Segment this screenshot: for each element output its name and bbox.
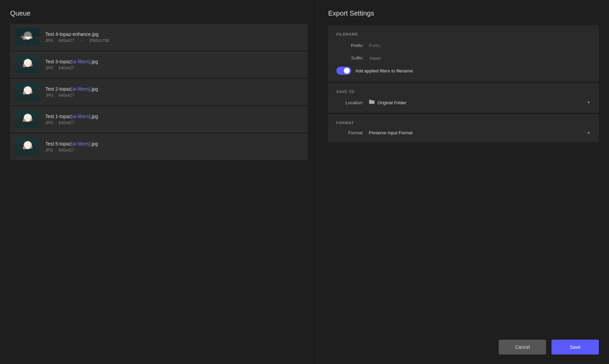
svg-rect-36 bbox=[16, 150, 40, 156]
svg-point-13 bbox=[23, 64, 26, 67]
queue-item[interactable]: Test 3-topaz[ai-filters].jpg JPG 640x427 bbox=[10, 51, 308, 78]
queue-item[interactable]: Test 5-topaz[ai-filters].jpg JPG 640x427 bbox=[10, 134, 308, 160]
format-dropdown[interactable]: Preserve Input Format ▼ bbox=[369, 130, 591, 135]
export-title: Export Settings bbox=[328, 9, 599, 17]
item-name-5: Test 5-topaz[ai-filters].jpg bbox=[45, 141, 302, 146]
thumbnail-2 bbox=[16, 55, 40, 74]
item-size-2: 640x427 bbox=[59, 66, 74, 70]
item-info-3: Test 2-topaz[ai-filters].jpg JPG 640x427 bbox=[45, 86, 302, 98]
cancel-button[interactable]: Cancel bbox=[499, 340, 546, 355]
format-label: Format: bbox=[336, 130, 363, 135]
queue-item[interactable]: Test 2-topaz[ai-filters].jpg JPG 640x427 bbox=[10, 79, 308, 106]
svg-rect-29 bbox=[16, 122, 40, 129]
format-dropdown-arrow: ▼ bbox=[587, 131, 591, 135]
svg-point-34 bbox=[23, 146, 26, 150]
queue-list: Test 4-topaz-enhance.jpg JPG 640x427 → 2… bbox=[10, 24, 308, 160]
thumbnail-3 bbox=[16, 83, 40, 101]
item-info-1: Test 4-topaz-enhance.jpg JPG 640x427 → 2… bbox=[45, 31, 302, 43]
item-meta-2: JPG 640x427 bbox=[45, 66, 302, 70]
suffix-label: Suffix: bbox=[336, 55, 363, 61]
format-section-label: FORMAT bbox=[336, 121, 591, 125]
svg-point-35 bbox=[30, 146, 32, 149]
queue-title: Queue bbox=[10, 9, 308, 17]
item-meta-4: JPG 640x427 bbox=[45, 120, 302, 125]
item-name-1: Test 4-topaz-enhance.jpg bbox=[45, 31, 302, 37]
settings-sections: FILENAME Prefix: Suffix: Add applied fil… bbox=[328, 25, 599, 332]
save-to-section-label: SAVE TO bbox=[336, 90, 591, 94]
item-format-3: JPG bbox=[45, 93, 53, 98]
thumbnail-5 bbox=[16, 138, 40, 156]
queue-panel: Queue bbox=[0, 0, 318, 364]
location-label: Location: bbox=[336, 100, 363, 105]
svg-point-27 bbox=[23, 119, 26, 122]
item-info-5: Test 5-topaz[ai-filters].jpg JPG 640x427 bbox=[45, 141, 302, 153]
format-section: FORMAT Format: Preserve Input Format ▼ bbox=[328, 114, 599, 142]
thumbnail-1 bbox=[16, 28, 40, 46]
svg-rect-22 bbox=[16, 95, 40, 101]
format-row: Format: Preserve Input Format ▼ bbox=[336, 130, 591, 135]
thumbnail-4 bbox=[16, 110, 40, 129]
queue-item[interactable]: Test 4-topaz-enhance.jpg JPG 640x427 → 2… bbox=[10, 24, 308, 51]
svg-point-5 bbox=[30, 36, 32, 39]
bottom-actions: Cancel Save bbox=[328, 332, 599, 355]
svg-point-14 bbox=[30, 64, 32, 66]
item-format-1: JPG bbox=[45, 38, 53, 43]
item-meta-3: JPG 640x427 bbox=[45, 93, 302, 98]
item-meta-5: JPG 640x427 bbox=[45, 148, 302, 153]
prefix-row: Prefix: bbox=[336, 42, 591, 49]
queue-scroll-area[interactable]: Test 4-topaz-enhance.jpg JPG 640x427 → 2… bbox=[10, 24, 308, 355]
queue-item[interactable]: Test 1-topaz[ai-filters].jpg JPG 640x427 bbox=[10, 106, 308, 133]
item-name-2: Test 3-topaz[ai-filters].jpg bbox=[45, 59, 302, 64]
item-size-out-1: 2560x1708 bbox=[89, 38, 109, 43]
item-arrow-1: → bbox=[80, 38, 84, 43]
item-format-2: JPG bbox=[45, 66, 53, 70]
toggle-row: Add applied filters to filename bbox=[336, 67, 591, 75]
format-value: Preserve Input Format bbox=[369, 130, 584, 135]
item-format-5: JPG bbox=[45, 148, 53, 153]
item-size-3: 640x427 bbox=[59, 93, 74, 98]
location-dropdown-arrow: ▼ bbox=[587, 100, 591, 105]
suffix-row: Suffix: bbox=[336, 54, 591, 62]
prefix-label: Prefix: bbox=[336, 43, 363, 48]
item-format-4: JPG bbox=[45, 120, 53, 125]
svg-point-21 bbox=[30, 91, 32, 94]
item-info-2: Test 3-topaz[ai-filters].jpg JPG 640x427 bbox=[45, 59, 302, 70]
filename-section: FILENAME Prefix: Suffix: Add applied fil… bbox=[328, 25, 599, 82]
svg-rect-7 bbox=[16, 40, 40, 46]
location-row: Location: Original Folder ▼ bbox=[336, 99, 591, 106]
prefix-input[interactable] bbox=[369, 42, 591, 49]
svg-rect-15 bbox=[16, 67, 40, 74]
toggle-track bbox=[336, 67, 351, 75]
filename-section-label: FILENAME bbox=[336, 32, 591, 36]
save-to-section: SAVE TO Location: Original Folder ▼ bbox=[328, 83, 599, 113]
toggle-thumb bbox=[344, 68, 350, 74]
item-name-3: Test 2-topaz[ai-filters].jpg bbox=[45, 86, 302, 92]
item-size-5: 640x427 bbox=[59, 148, 74, 153]
export-settings-panel: Export Settings FILENAME Prefix: Suffix:… bbox=[318, 0, 609, 364]
add-filters-toggle[interactable] bbox=[336, 67, 351, 75]
item-meta-1: JPG 640x427 → 2560x1708 bbox=[45, 38, 302, 43]
svg-point-20 bbox=[23, 91, 26, 95]
svg-point-28 bbox=[30, 118, 32, 121]
location-dropdown[interactable]: Original Folder ▼ bbox=[369, 99, 591, 106]
folder-icon bbox=[369, 99, 375, 106]
item-size-4: 640x427 bbox=[59, 120, 74, 125]
item-size-1: 640x427 bbox=[59, 38, 74, 43]
location-value: Original Folder bbox=[378, 100, 584, 105]
toggle-label: Add applied filters to filename bbox=[355, 68, 413, 73]
item-info-4: Test 1-topaz[ai-filters].jpg JPG 640x427 bbox=[45, 114, 302, 125]
suffix-input[interactable] bbox=[369, 54, 591, 62]
svg-rect-8 bbox=[16, 28, 40, 37]
save-button[interactable]: Save bbox=[551, 340, 599, 355]
item-name-4: Test 1-topaz[ai-filters].jpg bbox=[45, 114, 302, 119]
